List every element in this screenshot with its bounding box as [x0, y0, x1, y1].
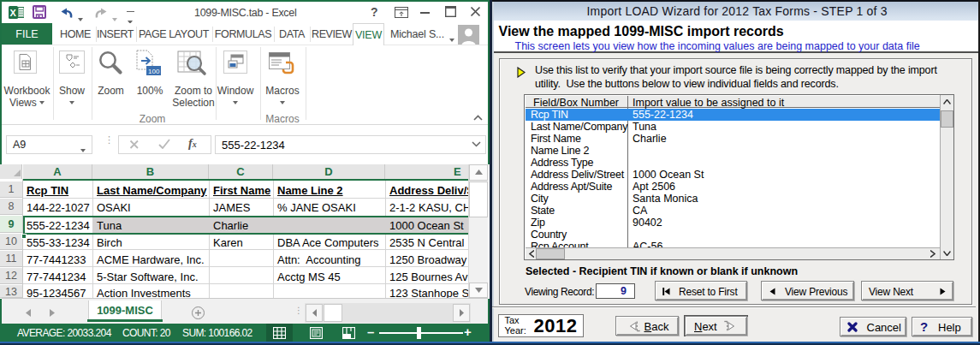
- svg-text:X: X: [10, 8, 17, 18]
- svg-text:100: 100: [148, 68, 160, 75]
